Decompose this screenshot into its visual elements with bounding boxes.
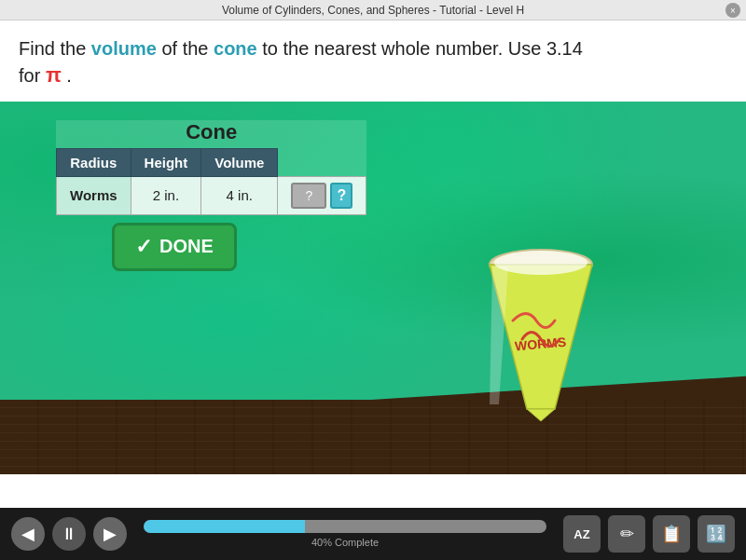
cone-table: Radius Height Volume Worms 2 in. 4 in.: [56, 148, 366, 215]
svg-marker-2: [527, 409, 555, 421]
done-button[interactable]: ✓ DONE: [112, 223, 237, 271]
col-header-radius: Radius: [57, 148, 131, 176]
question-middle1: of the: [157, 38, 214, 59]
calculator-icon: 🔢: [706, 524, 726, 544]
question-area: Find the volume of the cone to the neare…: [0, 20, 746, 102]
back-button[interactable]: ◀: [11, 517, 45, 551]
edit-tool-button[interactable]: ✏: [608, 515, 645, 553]
progress-bar-container: 40% Complete: [144, 520, 546, 548]
cone-illustration: WORMS: [476, 237, 606, 423]
az-icon: AZ: [573, 527, 589, 541]
hint-button[interactable]: ?: [330, 183, 352, 209]
progress-bar-fill: [144, 520, 305, 533]
data-table-container: Cone Radius Height Volume Worms 2 in. 4 …: [56, 120, 366, 215]
az-tool-button[interactable]: AZ: [563, 515, 601, 553]
close-button[interactable]: ×: [725, 3, 740, 18]
col-header-volume: Volume: [201, 148, 278, 176]
question-prefix: Find the: [19, 38, 91, 59]
svg-point-4: [494, 251, 587, 275]
progress-label: 40% Complete: [311, 537, 379, 548]
clipboard-icon: 📋: [661, 524, 682, 544]
pause-button[interactable]: ⏸: [52, 517, 86, 551]
radius-value: 2 in.: [131, 176, 201, 214]
svg-marker-5: [490, 266, 508, 404]
toolbar: ◀ ⏸ ▶ 40% Complete AZ ✏ 📋 🔢: [0, 508, 746, 560]
table-row: Worms 2 in. 4 in. ? ?: [57, 176, 366, 214]
progress-bar-track: [144, 520, 546, 533]
title-text: Volume of Cylinders, Cones, and Spheres …: [222, 4, 524, 17]
cone-word: cone: [214, 38, 257, 59]
pi-symbol: π: [46, 63, 62, 87]
volume-word: volume: [91, 38, 157, 59]
question-suffix3: .: [66, 65, 72, 86]
clipboard-tool-button[interactable]: 📋: [653, 515, 690, 553]
wood-floor: [0, 400, 746, 474]
question-suffix2: for: [19, 65, 40, 86]
calculator-tool-button[interactable]: 🔢: [698, 515, 735, 553]
forward-button[interactable]: ▶: [93, 517, 127, 551]
col-header-height: Height: [131, 148, 201, 176]
row-label: Worms: [57, 176, 131, 214]
question-suffix1: to the nearest whole number. Use 3.14: [257, 38, 583, 59]
volume-placeholder: ?: [305, 188, 312, 203]
scene: Cone Radius Height Volume Worms 2 in. 4 …: [0, 102, 746, 474]
title-bar: Volume of Cylinders, Cones, and Spheres …: [0, 0, 746, 20]
volume-answer-box[interactable]: ?: [291, 183, 326, 209]
checkmark-icon: ✓: [135, 235, 152, 259]
done-label: DONE: [159, 236, 214, 257]
volume-cell: ? ?: [278, 176, 366, 214]
height-value: 4 in.: [201, 176, 278, 214]
hint-label: ?: [337, 187, 346, 204]
edit-icon: ✏: [620, 524, 634, 544]
table-title: Cone: [56, 120, 366, 144]
